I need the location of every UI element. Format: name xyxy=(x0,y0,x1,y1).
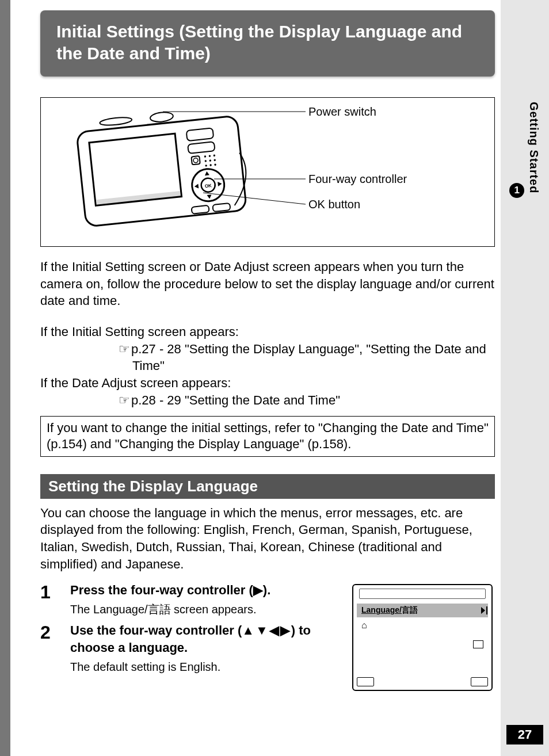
step-2: 2 Use the four-way controller (▲▼◀▶) to … xyxy=(40,622,340,674)
screen-language-row: Language/言語 xyxy=(357,604,488,617)
direction-triangles-icon: ▲▼◀▶ xyxy=(242,623,291,637)
step-1: 1 Press the four-way controller (▶). The… xyxy=(40,582,340,617)
home-icon: ⌂ xyxy=(361,621,367,630)
screen-row-label-jp: 言語 xyxy=(402,605,418,614)
diagram-label-power-switch: Power switch xyxy=(308,105,376,119)
step1-sub-b: screen appears. xyxy=(171,603,257,616)
chapter-number-badge: 1 xyxy=(509,183,524,198)
step1-head-b: ). xyxy=(263,583,270,597)
step2-head-a: Use the four-way controller ( xyxy=(70,623,242,637)
svg-line-25 xyxy=(203,193,306,204)
step-number: 1 xyxy=(40,582,70,617)
note-text: If you want to change the initial settin… xyxy=(47,421,489,452)
screen-titlebar-placeholder xyxy=(359,589,486,599)
ref2-body: p.28 - 29 "Setting the Date and Time" xyxy=(131,393,340,407)
section-heading-bar: Setting the Display Language xyxy=(40,474,495,499)
note-box: If you want to change the initial settin… xyxy=(40,416,495,457)
step-number: 2 xyxy=(40,622,70,674)
pointer-icon: ☞ xyxy=(119,342,130,356)
ref1-heading: If the Initial Setting screen appears: xyxy=(40,323,495,341)
menu-button-icon xyxy=(357,677,374,686)
screen-small-box xyxy=(473,640,483,648)
camera-screen-mockup: Language/言語 ⌂ xyxy=(352,584,493,691)
right-arrow-icon xyxy=(481,606,487,614)
chapter-label: Getting Started xyxy=(527,102,540,193)
diagram-label-four-way-controller: Four-way controller xyxy=(308,173,407,186)
right-triangle-icon: ▶ xyxy=(253,583,263,597)
step2-sub: The default setting is English. xyxy=(70,659,340,675)
diagram-lead-lines xyxy=(41,98,494,246)
screen-row-label-en: Language/ xyxy=(361,605,402,614)
ref1-body: p.27 - 28 "Setting the Display Language"… xyxy=(131,342,486,373)
menu-button-icon xyxy=(471,677,488,686)
ref-block-1: If the Initial Setting screen appears: ☞… xyxy=(40,323,495,375)
ref2-heading: If the Date Adjust screen appears: xyxy=(40,375,495,392)
page-title-banner: Initial Settings (Setting the Display La… xyxy=(40,10,495,77)
section-body: You can choose the language in which the… xyxy=(40,505,495,573)
camera-diagram: OK Power switch Four-w xyxy=(40,97,495,247)
pointer-icon: ☞ xyxy=(119,393,130,407)
intro-paragraph: If the Initial Setting screen or Date Ad… xyxy=(40,258,495,310)
side-tab: 1 Getting Started xyxy=(506,95,543,198)
diagram-label-ok-button: OK button xyxy=(308,198,360,211)
page-number: 27 xyxy=(506,725,543,744)
page-title: Initial Settings (Setting the Display La… xyxy=(56,22,462,63)
ref-block-2: If the Date Adjust screen appears: ☞p.28… xyxy=(40,375,495,408)
step1-sub-jp: 言語 xyxy=(148,603,171,616)
section-title: Setting the Display Language xyxy=(48,478,258,495)
step1-sub-a: The Language/ xyxy=(70,603,148,616)
step1-head-a: Press the four-way controller ( xyxy=(70,583,253,597)
